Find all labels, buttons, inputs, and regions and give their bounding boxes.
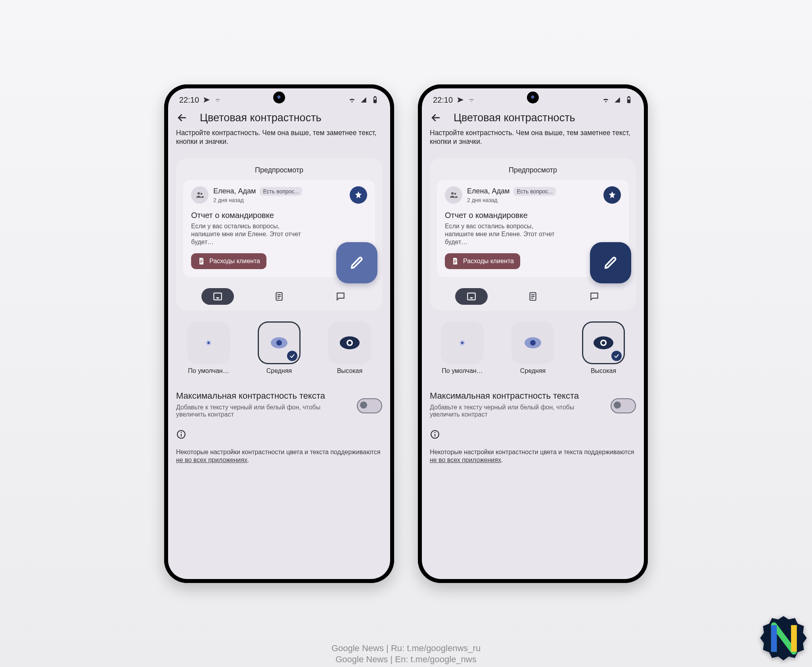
document-icon: [451, 257, 459, 265]
star-badge[interactable]: [603, 186, 621, 204]
watermark-caption: Google News | Ru: t.me/googlenws_ru Goog…: [331, 643, 481, 665]
svg-point-3: [197, 192, 200, 195]
message-card: Елена, Адам Есть вопрос... 2 дня назад О…: [437, 180, 629, 277]
back-button[interactable]: [430, 112, 442, 124]
page-description: Настройте контрастность. Чем она выше, т…: [176, 128, 382, 147]
svg-point-4: [201, 193, 203, 195]
contrast-label-default: По умолчан…: [188, 367, 229, 375]
document-icon: [197, 257, 205, 265]
svg-rect-31: [468, 293, 476, 300]
wifi-icon: [348, 96, 356, 104]
svg-rect-24: [628, 97, 629, 97]
camera-hole: [273, 92, 285, 103]
preview-title: Предпросмотр: [437, 166, 629, 174]
compose-fab[interactable]: [336, 242, 377, 283]
site-badge: [760, 615, 807, 662]
attachment-chip[interactable]: Расходы клиента: [445, 253, 520, 269]
nav-chat[interactable]: [324, 288, 357, 305]
eye-icon-default: [454, 335, 470, 351]
contrast-tile-high[interactable]: [328, 321, 371, 364]
svg-point-16: [276, 340, 282, 346]
footnote: Некоторые настройки контрастности цвета …: [430, 448, 636, 465]
check-icon: [611, 351, 622, 361]
eye-icon-default: [201, 335, 216, 351]
svg-point-42: [602, 341, 605, 345]
preview-card: Предпросмотр Елена, Адам Есть вопрос... …: [176, 158, 382, 310]
contacts-names: Елена, Адам: [213, 187, 256, 195]
svg-point-27: [454, 193, 456, 195]
svg-rect-29: [454, 261, 457, 262]
nav-articles[interactable]: [263, 288, 295, 305]
telegram-icon: [457, 96, 464, 103]
phone-mockup-high: 22:10 Цветовая контрастность Настройте к…: [418, 84, 648, 583]
svg-point-22: [181, 432, 182, 433]
contrast-option-high[interactable]: Высокая: [571, 321, 636, 375]
nav-chat[interactable]: [578, 288, 611, 305]
compose-fab[interactable]: [590, 242, 631, 283]
nav-inbox[interactable]: [455, 288, 488, 305]
check-icon: [287, 351, 297, 361]
attachment-chip[interactable]: Расходы клиента: [191, 253, 266, 269]
svg-rect-25: [628, 100, 630, 102]
battery-icon: [625, 96, 633, 104]
nav-articles[interactable]: [517, 288, 549, 305]
contrast-tile-medium[interactable]: [258, 321, 301, 364]
max-contrast-desc: Добавьте к тексту черный или белый фон, …: [430, 404, 603, 418]
telegram-icon: [203, 96, 210, 103]
max-contrast-toggle[interactable]: [357, 398, 382, 413]
app-bar: Цветовая контрастность: [422, 106, 644, 128]
attachment-label: Расходы клиента: [209, 258, 260, 265]
message-subject: Отчет о командировке: [445, 211, 621, 220]
back-button[interactable]: [176, 112, 189, 124]
max-contrast-title: Максимальная контрастность текста: [430, 390, 603, 401]
contrast-tile-default[interactable]: [187, 321, 230, 364]
status-time: 22:10: [179, 96, 199, 105]
contrast-tile-medium[interactable]: [511, 321, 554, 364]
nav-inbox[interactable]: [201, 288, 234, 305]
message-body: Если у вас остались вопросы, напишите мн…: [445, 222, 564, 246]
contrast-tile-high[interactable]: [582, 321, 625, 364]
footnote-link[interactable]: не во всех приложениях: [176, 457, 247, 463]
message-timestamp: 2 дня назад: [467, 197, 556, 203]
max-text-contrast-row: Максимальная контрастность текста Добавь…: [430, 390, 636, 418]
signal-icon: [360, 96, 367, 103]
preview-bottom-nav: [437, 288, 629, 305]
svg-point-37: [461, 342, 463, 344]
svg-point-14: [207, 342, 210, 344]
contrast-tile-default[interactable]: [441, 321, 484, 364]
contrast-option-default[interactable]: По умолчан…: [430, 321, 495, 375]
message-body: Если у вас остались вопросы, напишите мн…: [191, 222, 310, 246]
contrast-option-medium[interactable]: Средняя: [247, 321, 312, 375]
info-icon: [176, 429, 186, 440]
toggle-thumb: [614, 401, 621, 409]
message-timestamp: 2 дня назад: [213, 197, 302, 203]
contrast-option-default[interactable]: По умолчан…: [176, 321, 241, 375]
max-contrast-toggle[interactable]: [611, 398, 636, 413]
contrast-label-medium: Средняя: [266, 367, 292, 375]
svg-point-19: [348, 341, 352, 345]
phone-mockup-medium: 22:10 Цветовая контрастность Настройте к…: [164, 84, 394, 583]
contacts-avatar-icon: [191, 186, 209, 204]
info-icon-row: [176, 429, 382, 441]
contrast-option-high[interactable]: Высокая: [317, 321, 382, 375]
footnote-prefix: Некоторые настройки контрастности цвета …: [430, 449, 634, 455]
svg-rect-30: [454, 262, 456, 263]
eye-icon-high: [338, 331, 362, 355]
contrast-label-high: Высокая: [337, 367, 362, 375]
pencil-icon: [603, 255, 619, 271]
footnote: Некоторые настройки контрастности цвета …: [176, 448, 382, 465]
contacts-avatar-icon: [445, 186, 462, 204]
contrast-option-medium[interactable]: Средняя: [500, 321, 565, 375]
star-badge[interactable]: [350, 186, 367, 204]
preview-card: Предпросмотр Елена, Адам Есть вопрос... …: [430, 158, 636, 310]
svg-rect-8: [214, 293, 222, 300]
battery-icon: [371, 96, 379, 104]
subject-chip: Есть вопрос...: [513, 187, 556, 196]
eye-icon-high: [592, 331, 615, 355]
status-time: 22:10: [433, 96, 453, 105]
subject-chip: Есть вопрос...: [260, 187, 302, 196]
svg-rect-6: [200, 261, 203, 262]
svg-point-26: [451, 192, 454, 195]
footnote-link[interactable]: не во всех приложениях: [430, 457, 501, 463]
preview-bottom-nav: [183, 288, 375, 305]
